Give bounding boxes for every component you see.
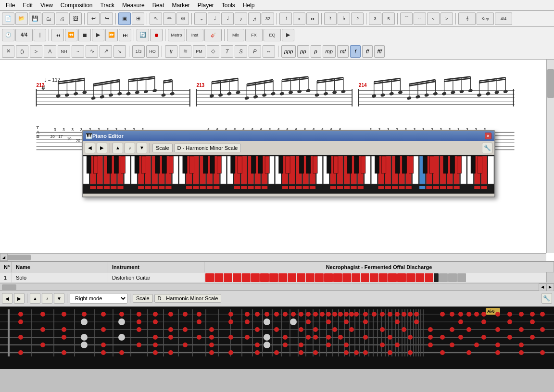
scroll-right[interactable]: ▶	[546, 283, 554, 291]
half-note[interactable]: 𝅗𝅥	[208, 12, 220, 25]
select-button[interactable]: ▣	[118, 12, 131, 25]
score-scrollbar-v[interactable]	[546, 60, 554, 253]
piano-down-btn[interactable]: ▼	[137, 143, 147, 153]
mode-dropdown[interactable]: Right mode Left mode Both hands	[70, 293, 127, 304]
dyn-mf[interactable]: mf	[337, 45, 349, 58]
wave-btn[interactable]: ∿	[86, 45, 98, 58]
erase-button[interactable]: ⊗	[176, 12, 189, 25]
print-preview-button[interactable]: 🖼	[69, 12, 82, 25]
pencil-button[interactable]: ✏	[163, 12, 176, 25]
crescendo-btn[interactable]: <	[427, 12, 440, 25]
metronome-btn[interactable]: 🕐	[2, 29, 14, 41]
harmonic-btn[interactable]: ◇	[207, 45, 219, 58]
dyn-f[interactable]: f	[350, 45, 361, 58]
piano-prev-btn[interactable]: ◀	[85, 143, 95, 153]
menu-marker[interactable]: Marker	[168, 1, 193, 10]
next-btn[interactable]: ⏩	[105, 29, 118, 41]
menu-player[interactable]: Player	[194, 1, 218, 10]
menu-view[interactable]: View	[37, 1, 57, 10]
play-btn[interactable]: ▶	[92, 29, 104, 41]
bottom-down-btn[interactable]: ▼	[54, 293, 64, 304]
bottom-note-btn[interactable]: ♪	[42, 293, 52, 304]
double-dot[interactable]: ••	[306, 12, 319, 25]
quarter-note[interactable]: ♩	[221, 12, 234, 25]
mixer-btn[interactable]: Mix	[227, 29, 244, 41]
dot-button[interactable]: •	[293, 12, 305, 25]
record-btn[interactable]: ⏺	[150, 29, 163, 41]
forward-btn[interactable]: ⏭	[119, 29, 131, 41]
guitar-btn[interactable]: 🎸	[204, 29, 222, 41]
sharp-btn[interactable]: ♯	[351, 12, 364, 25]
bottom-up-btn[interactable]: ▲	[30, 293, 40, 304]
tie-btn[interactable]: ⌒	[400, 12, 413, 25]
score-scrollbar-h[interactable]	[0, 253, 546, 261]
quintuplet-btn[interactable]: 5	[382, 12, 395, 25]
track-scrollbar-h[interactable]: ◀ ▶	[0, 283, 554, 291]
time-sig-btn[interactable]: 4/4	[495, 12, 512, 25]
triplet-btn[interactable]: 3	[369, 12, 381, 25]
bottom-prev-btn[interactable]: ◀	[2, 293, 13, 304]
piano-next-btn[interactable]: ▶	[97, 143, 107, 153]
eighth-note[interactable]: ♪	[235, 12, 247, 25]
dyn-ppp[interactable]: ppp	[281, 45, 296, 58]
piano-close-button[interactable]: ×	[485, 133, 491, 139]
menu-beat[interactable]: Beat	[149, 1, 168, 10]
half-btn[interactable]: HO	[146, 45, 159, 58]
play2-btn[interactable]: ▶	[282, 29, 294, 41]
swing-btn[interactable]: ~	[72, 45, 84, 58]
open-button[interactable]: 📂	[15, 12, 28, 25]
gt-btn[interactable]: >	[30, 45, 42, 58]
eq-btn[interactable]: EQ	[264, 29, 281, 41]
decrescendo-btn[interactable]: >	[441, 12, 453, 25]
lambda-btn[interactable]: Λ	[44, 45, 56, 58]
fx-btn[interactable]: FX	[245, 29, 263, 41]
key-sig-btn[interactable]: Key	[477, 12, 494, 25]
tr-btn[interactable]: tr	[165, 45, 177, 58]
natural-btn[interactable]: ♮	[324, 12, 337, 25]
parens-btn[interactable]: ()	[16, 45, 28, 58]
dyn-ff[interactable]: ff	[362, 45, 373, 58]
bend-down-btn[interactable]: ↘	[113, 45, 126, 58]
multiselect-button[interactable]: ⊞	[132, 12, 144, 25]
undo-button[interactable]: ↩	[87, 12, 100, 25]
piano-up-btn[interactable]: ▲	[113, 143, 123, 153]
bottom-settings-btn[interactable]: 🔧	[541, 293, 552, 304]
loop-btn[interactable]: 🔄	[137, 29, 149, 41]
stop-btn[interactable]: ⏹	[78, 29, 91, 41]
save-as-button[interactable]: 🗂	[42, 12, 55, 25]
new-button[interactable]: 📄	[2, 12, 14, 25]
pattern-scrollbar-v[interactable]	[546, 272, 554, 282]
bend-up-btn[interactable]: ↗	[100, 45, 112, 58]
flat-btn[interactable]: ♭	[338, 12, 350, 25]
s-btn[interactable]: S	[235, 45, 247, 58]
menu-measure[interactable]: Measure	[118, 1, 149, 10]
piano-keys[interactable]: // This is just visual decoration - rend…	[83, 155, 494, 194]
track-row-1[interactable]: 1 Solo Distortion Guitar	[0, 272, 554, 283]
barline-btn[interactable]: |	[34, 29, 46, 41]
bottom-next-btn[interactable]: ▶	[14, 293, 25, 304]
cursor-button[interactable]: ↖	[150, 12, 162, 25]
print-button[interactable]: 🖨	[56, 12, 68, 25]
menu-tools[interactable]: Tools	[218, 1, 239, 10]
rest-button[interactable]: 𝄽	[279, 12, 292, 25]
whole-note[interactable]: 𝅝	[194, 12, 207, 25]
menu-composition[interactable]: Composition	[57, 1, 97, 10]
time-signature-btn[interactable]: 4/4	[15, 29, 33, 41]
save-button[interactable]: 💾	[29, 12, 41, 25]
p-btn[interactable]: P	[249, 45, 261, 58]
metronome2-btn[interactable]: Metro	[168, 29, 185, 41]
x-btn[interactable]: ✕	[2, 45, 14, 58]
piano-settings-btn[interactable]: 🔧	[482, 143, 492, 153]
dyn-mp[interactable]: mp	[323, 45, 336, 58]
slur-btn[interactable]: ⌣	[414, 12, 426, 25]
scroll-left[interactable]: ◀	[539, 283, 546, 291]
leftright-btn[interactable]: ↔	[263, 45, 275, 58]
prev-btn[interactable]: ⏪	[65, 29, 77, 41]
pm-btn[interactable]: PM	[193, 45, 205, 58]
piano-note-btn[interactable]: ♪	[125, 143, 135, 153]
menu-file[interactable]: File	[2, 1, 19, 10]
redo-button[interactable]: ↪	[101, 12, 113, 25]
dyn-fff[interactable]: fff	[374, 45, 385, 58]
menu-track[interactable]: Track	[97, 1, 119, 10]
clef-btn[interactable]: 𝄞	[458, 12, 476, 25]
